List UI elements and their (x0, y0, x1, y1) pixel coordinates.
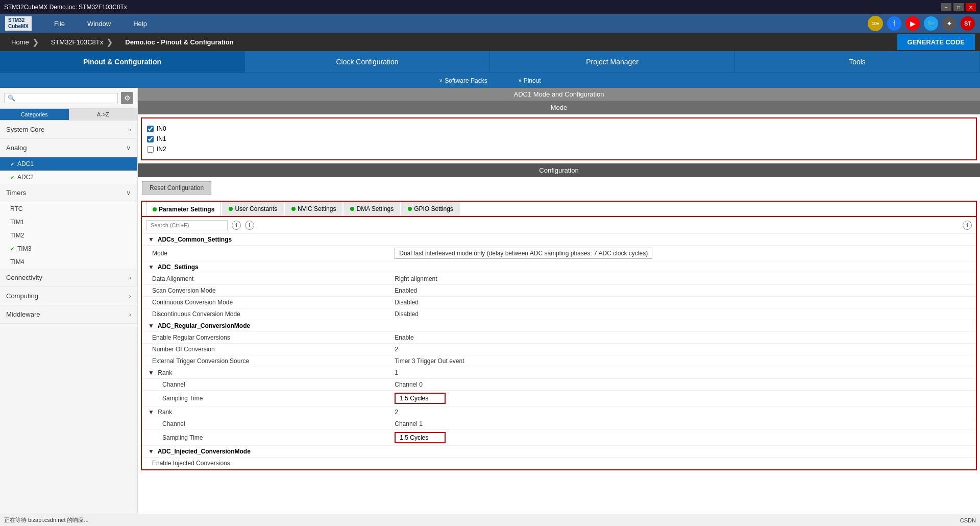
search-box: 🔍 (4, 93, 118, 103)
tab-parameter-settings[interactable]: Parameter Settings (146, 202, 221, 216)
sidebar-item-tim3[interactable]: ✔ TIM3 (0, 242, 137, 255)
checkbox-in0[interactable] (147, 126, 154, 132)
network-icon[interactable]: ✦ (942, 16, 957, 31)
breadcrumb-chip[interactable]: STM32F103C8Tx ❯ (45, 34, 119, 50)
generate-code-button[interactable]: GENERATE CODE (897, 34, 975, 50)
tab-tools[interactable]: Tools (735, 51, 980, 73)
sidebar-item-middleware[interactable]: Middleware › (0, 305, 137, 324)
table-row: ▼ ADC_Injected_ConversionMode (142, 446, 976, 458)
info-right-icon: ℹ (963, 221, 972, 230)
sidebar-item-analog[interactable]: Analog ∨ (0, 139, 137, 157)
tab-dma-settings[interactable]: DMA Settings (344, 202, 400, 216)
tab-nvic-settings[interactable]: NVIC Settings (285, 202, 342, 216)
logo-line1: STM32 (8, 17, 29, 23)
checkbox-in1-row: IN1 (147, 134, 971, 144)
st-logo[interactable]: ST (961, 16, 975, 31)
table-row: Sampling Time 1.5 Cycles (142, 391, 976, 407)
param-value-scan-conv: Enabled (388, 285, 976, 297)
check-icon-adc2: ✔ (10, 175, 14, 180)
tab-gpio-settings[interactable]: GPIO Settings (401, 202, 460, 216)
sidebar-item-adc2[interactable]: ✔ ADC2 (0, 171, 137, 184)
param-value-rank2: 2 (388, 407, 976, 418)
sidebar-item-tim2[interactable]: TIM2 (0, 229, 137, 242)
mode-section: IN0 IN1 IN2 (141, 117, 977, 160)
param-value-sampling1: 1.5 Cycles (388, 391, 976, 407)
sidebar-item-computing[interactable]: Computing › (0, 287, 137, 305)
param-value-channel1: Channel 0 (388, 379, 976, 391)
facebook-icon[interactable]: f (887, 16, 901, 31)
tab-categories[interactable]: Categories (0, 109, 69, 120)
maximize-button[interactable]: □ (953, 3, 964, 11)
param-value-num-conv: 2 (388, 344, 976, 355)
breadcrumb: Home ❯ STM32F103C8Tx ❯ Demo.ioc - Pinout… (0, 33, 980, 51)
table-row: Data Alignment Right alignment (142, 273, 976, 285)
tab-clock-config[interactable]: Clock Configuration (245, 51, 490, 73)
window-controls: − □ ✕ (941, 3, 976, 11)
param-table: ▼ ADCs_Common_Settings Mode Dual fast in… (142, 234, 976, 469)
sidebar-item-timers[interactable]: Timers ∨ (0, 184, 137, 202)
table-row: External Trigger Conversion Source Timer… (142, 355, 976, 367)
param-name-channel1: Channel (142, 379, 388, 391)
twitter-icon[interactable]: 🐦 (924, 16, 938, 31)
search-input[interactable] (17, 94, 114, 102)
search-info-button1[interactable]: ℹ (232, 221, 241, 230)
param-name-enable-injected: Enable Injected Conversions (142, 458, 388, 469)
section-label-injected: ADC_Injected_ConversionMode (158, 448, 251, 455)
collapse-arrow-adc-settings[interactable]: ▼ (148, 264, 154, 271)
checkbox-in0-row: IN0 (147, 124, 971, 134)
title-left: STM32CubeMX Demo.ioc: STM32F103C8Tx (4, 4, 127, 11)
title-bar: STM32CubeMX Demo.ioc: STM32F103C8Tx − □ … (0, 0, 980, 14)
label-in1: IN1 (157, 135, 166, 142)
sidebar-item-system-core[interactable]: System Core › (0, 121, 137, 139)
table-row: Scan Conversion Mode Enabled (142, 285, 976, 297)
param-value-rank1: 1 (388, 367, 976, 379)
sub-nav-software-packs[interactable]: ∨ Software Packs (439, 77, 487, 84)
sidebar-item-rtc[interactable]: RTC (0, 202, 137, 216)
tab-project-manager[interactable]: Project Manager (490, 51, 735, 73)
tab-user-constants[interactable]: User Constants (222, 202, 284, 216)
tab-pinout-config[interactable]: Pinout & Configuration (0, 51, 245, 73)
youtube-icon[interactable]: ▶ (905, 16, 920, 31)
collapse-arrow-rank2[interactable]: ▼ (148, 409, 154, 416)
param-name-enable-regular: Enable Regular Conversions (142, 332, 388, 344)
param-search-row: ℹ ℹ ℹ (142, 217, 976, 234)
dot-gpio (408, 207, 412, 211)
param-name-mode: Mode (142, 246, 388, 261)
app-title: STM32CubeMX Demo.ioc: STM32F103C8Tx (4, 4, 127, 11)
table-row: Channel Channel 0 (142, 379, 976, 391)
chevron-right-icon-conn: › (129, 274, 131, 281)
gear-button[interactable]: ⚙ (121, 92, 133, 104)
checkbox-in1[interactable] (147, 136, 154, 142)
sidebar-item-tim4[interactable]: TIM4 (0, 255, 137, 269)
sub-nav-pinout[interactable]: ∨ Pinout (518, 77, 541, 84)
mode-section-title: Mode (138, 101, 980, 114)
sidebar-item-adc1[interactable]: ✔ ADC1 (0, 157, 137, 171)
close-button[interactable]: ✕ (966, 3, 976, 11)
menu-file[interactable]: File (44, 17, 75, 31)
minimize-button[interactable]: − (941, 3, 951, 11)
param-search-input[interactable] (146, 220, 228, 230)
table-row: Discontinuous Conversion Mode Disabled (142, 308, 976, 320)
param-name-rank1: ▼ Rank (142, 367, 388, 379)
sidebar-item-connectivity[interactable]: Connectivity › (0, 269, 137, 287)
checkbox-in2[interactable] (147, 146, 154, 153)
search-info-button2[interactable]: ℹ (245, 221, 254, 230)
label-in0: IN0 (157, 125, 166, 132)
collapse-arrow-rank1[interactable]: ▼ (148, 369, 154, 376)
collapse-arrow-injected[interactable]: ▼ (148, 448, 154, 455)
table-row: Mode Dual fast interleaved mode only (de… (142, 246, 976, 261)
reset-config-button[interactable]: Reset Configuration (142, 181, 211, 195)
tab-az[interactable]: A->Z (69, 109, 138, 120)
config-outer-border: Parameter Settings User Constants NVIC S… (141, 201, 977, 470)
collapse-arrow-regular[interactable]: ▼ (148, 322, 154, 329)
collapse-arrow-adcs[interactable]: ▼ (148, 236, 154, 243)
breadcrumb-current: Demo.ioc - Pinout & Configuration (119, 35, 239, 49)
param-name-sampling1: Sampling Time (142, 391, 388, 407)
menu-window[interactable]: Window (77, 17, 121, 31)
main-panel: ADC1 Mode and Configuration Mode IN0 IN1… (138, 88, 980, 526)
breadcrumb-home[interactable]: Home ❯ (5, 34, 45, 50)
menu-help[interactable]: Help (123, 17, 157, 31)
param-name-sampling2: Sampling Time (142, 430, 388, 446)
logo-area: STM32 CubeMX (5, 16, 32, 31)
sidebar-item-tim1[interactable]: TIM1 (0, 216, 137, 229)
